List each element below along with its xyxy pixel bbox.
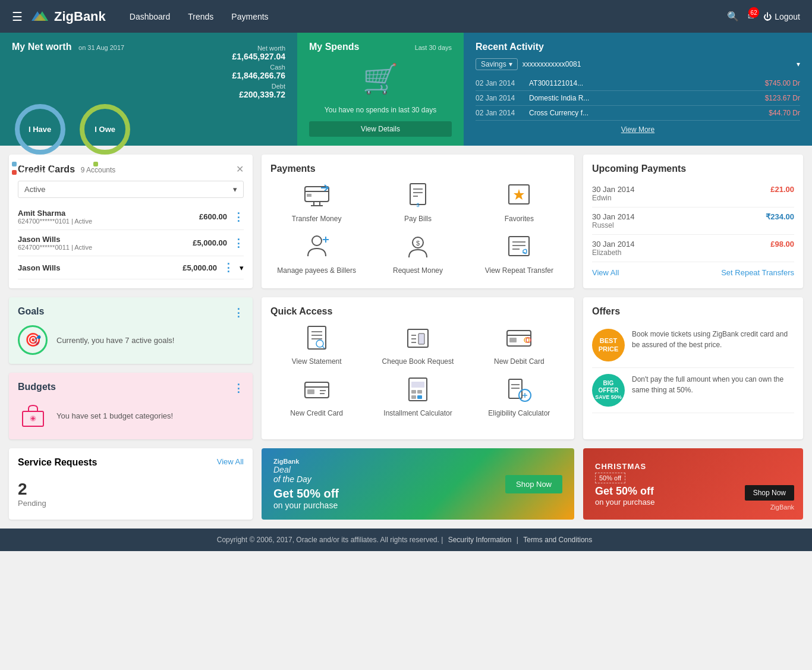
offer-text-2: Don't pay the full amount when you can o…: [632, 374, 794, 395]
logout-button[interactable]: ⏻ Logout: [763, 12, 800, 21]
request-money-icon: $: [401, 232, 434, 262]
pending-count: 2: [18, 480, 244, 499]
quick-label-cheque: Cheque Book Request: [382, 357, 454, 366]
payment-label-repeat: View Repeat Transfer: [485, 266, 553, 275]
svg-marker-13: [514, 189, 524, 200]
svg-rect-33: [408, 329, 428, 347]
budgets-icon: [18, 401, 48, 430]
service-title: Service Requests: [18, 457, 97, 468]
upcoming-payments-card: Upcoming Payments 30 Jan 2014 Edwin £21.…: [583, 155, 803, 288]
security-info-link[interactable]: Security Information: [448, 536, 512, 544]
quick-eligibility-calc[interactable]: Eligibility Calculator: [473, 375, 565, 417]
offers-title: Offers: [592, 306, 620, 317]
payment-manage-payees[interactable]: Manage payees & Billers: [270, 232, 363, 275]
savings-tag[interactable]: Savings ▾: [476, 58, 518, 70]
banner-left-line4: on your purchase: [273, 501, 339, 510]
payment-view-repeat[interactable]: View Repeat Transfer: [473, 232, 565, 275]
svg-point-14: [312, 236, 322, 246]
svg-rect-45: [307, 389, 314, 394]
view-all-button[interactable]: View All: [592, 268, 619, 277]
upcoming-amount-1: £21.00: [770, 185, 794, 194]
new-debit-card-icon: [503, 323, 536, 353]
quick-grid: View Statement Cheque Book Request New D…: [270, 323, 565, 417]
cc-amount-2: £5,000.00: [193, 238, 227, 247]
offers-header: Offers: [592, 306, 794, 317]
offer-badge-1: BESTPRICE: [592, 329, 625, 361]
payment-request-money[interactable]: $ Request Money: [372, 232, 464, 275]
search-icon[interactable]: 🔍: [727, 11, 739, 22]
svg-rect-7: [410, 184, 426, 205]
set-repeat-button[interactable]: Set Repeat Transfers: [721, 268, 794, 277]
my-spends-panel: My Spends Last 30 days 🛒 You have no spe…: [297, 33, 464, 146]
view-more-link[interactable]: View More: [476, 125, 800, 134]
quick-installment-calc[interactable]: Installment Calculator: [372, 375, 464, 417]
quick-view-statement[interactable]: View Statement: [270, 323, 363, 366]
upcoming-item-2: 30 Jan 2014 Russel ₹234.00: [592, 207, 794, 235]
cc-menu-2[interactable]: ⋮: [233, 237, 244, 250]
service-view-all[interactable]: View All: [217, 457, 244, 468]
new-credit-card-icon: [300, 375, 333, 404]
activity-row-1: 02 Jan 2014 AT3001121014... $745.00 Dr: [476, 76, 800, 91]
power-icon: ⏻: [763, 12, 772, 21]
nav-trends[interactable]: Trends: [188, 12, 213, 21]
expand-icon[interactable]: ▾: [240, 263, 244, 272]
nav-right: 🔍 ✉ 62 ⏻ Logout: [727, 11, 800, 22]
spends-period: Last 30 days: [415, 42, 452, 52]
svg-rect-50: [411, 390, 416, 394]
cc-menu-3[interactable]: ⋮: [223, 261, 234, 274]
quick-new-debit[interactable]: New Debit Card: [473, 323, 565, 366]
payment-pay-bills[interactable]: $ Pay Bills: [372, 180, 464, 223]
cc-menu-1[interactable]: ⋮: [233, 210, 244, 224]
recent-header: Recent Activity: [476, 42, 800, 52]
quick-label-statement: View Statement: [292, 357, 342, 366]
payment-label-request: Request Money: [393, 266, 443, 275]
no-spends-text: You have no spends in last 30 days: [325, 106, 436, 114]
nav-payments[interactable]: Payments: [231, 12, 268, 21]
banner-left-shop-button[interactable]: Shop Now: [505, 475, 562, 493]
svg-text:$: $: [416, 240, 420, 247]
banner-left-line2: of the Day: [273, 474, 339, 484]
cc-filter-dropdown[interactable]: Active ▾: [18, 181, 244, 198]
recent-activity-panel: Recent Activity Savings ▾ xxxxxxxxxxxx00…: [464, 33, 812, 146]
favorites-icon: [503, 180, 536, 210]
view-details-button[interactable]: View Details: [309, 121, 452, 137]
upcoming-header: Upcoming Payments: [592, 163, 794, 174]
quick-new-credit[interactable]: New Credit Card: [270, 375, 363, 417]
quick-cheque-book[interactable]: Cheque Book Request: [372, 323, 464, 366]
goals-title: Goals: [18, 306, 44, 319]
svg-text:$: $: [416, 202, 419, 208]
cc-account-1: 624700******0101 | Active: [18, 218, 92, 225]
view-statement-icon: [300, 323, 333, 353]
payment-label-transfer: Transfer Money: [292, 215, 342, 223]
banner-left: ZigBank Deal of the Day Get 50% off on y…: [262, 448, 574, 520]
dropdown-arrow-icon[interactable]: ▾: [797, 60, 800, 68]
banner-right-shop-button[interactable]: Shop Now: [745, 485, 794, 501]
banner-right-logo: ZigBank: [770, 504, 794, 511]
legend-owe: Loans: [93, 161, 117, 167]
legend: Current & Savings Term Deposit: [12, 161, 68, 175]
cc-list: Amit Sharma 624700******0101 | Active £6…: [18, 204, 244, 279]
payment-label-payees: Manage payees & Billers: [277, 266, 356, 275]
hamburger-menu[interactable]: ☰: [12, 10, 23, 24]
eligibility-calc-icon: [503, 375, 536, 404]
payment-transfer-money[interactable]: Transfer Money: [270, 180, 363, 223]
payments-grid: Transfer Money $ Pay Bills Favorites: [270, 180, 565, 275]
activity-row-3: 02 Jan 2014 Cross Currency f... $44.70 D…: [476, 106, 800, 121]
goals-menu[interactable]: ⋮: [233, 306, 244, 319]
nav-links: Dashboard Trends Payments: [130, 12, 727, 21]
upcoming-amount-3: £98.00: [770, 240, 794, 249]
upcoming-title: Upcoming Payments: [592, 163, 686, 174]
offers-card: Offers BESTPRICE Book movie tickets usin…: [583, 297, 803, 439]
budgets-menu[interactable]: ⋮: [233, 382, 244, 395]
upcoming-date-2: 30 Jan 2014: [592, 212, 635, 221]
activity-list: 02 Jan 2014 AT3001121014... $745.00 Dr 0…: [476, 76, 800, 121]
terms-link[interactable]: Terms and Conditions: [523, 536, 592, 544]
view-repeat-icon: [503, 232, 536, 262]
budgets-card: Budgets ⋮ You have set 1 budget categori…: [9, 373, 253, 439]
mail-wrapper[interactable]: ✉ 62: [748, 12, 754, 21]
nav-dashboard[interactable]: Dashboard: [130, 12, 171, 21]
banner-left-content: ZigBank Deal of the Day Get 50% off on y…: [262, 448, 351, 520]
quick-label-debit: New Debit Card: [494, 357, 545, 366]
payment-favorites[interactable]: Favorites: [473, 180, 565, 223]
goals-content: 🎯 Currently, you have 7 active goals!: [18, 325, 244, 355]
